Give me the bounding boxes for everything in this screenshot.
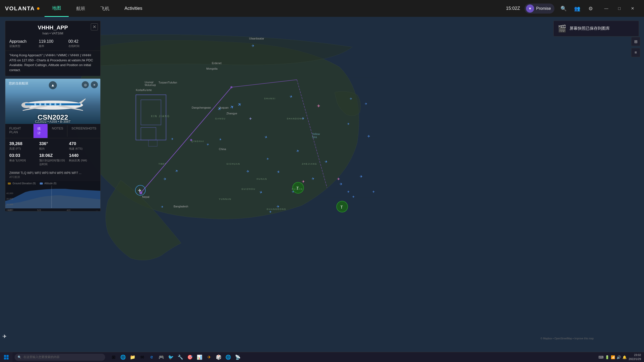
map-label-tibet: TIBET [158, 163, 166, 165]
tray-icons: ⌨ 🔋 📶 🔊 🔔 [598, 355, 627, 359]
svg-point-62 [44, 103, 46, 105]
flight-menu-icon[interactable]: ≡ [91, 81, 98, 88]
app3-icon[interactable]: 🎯 [186, 353, 194, 361]
svg-text:✈: ✈ [360, 174, 363, 178]
svg-point-11 [230, 86, 232, 88]
time-display: 15:02Z [506, 6, 520, 11]
start-button[interactable] [0, 352, 13, 362]
edge-icon[interactable]: 🌐 [119, 353, 127, 361]
tab-stats[interactable]: 统计 [33, 124, 48, 138]
map-label-mongolia: Mongolia [206, 67, 218, 70]
ie-icon[interactable]: e [147, 353, 156, 361]
flight-tabs: FLIGHT PLAN 统计 NOTES SCREENSHOTS [5, 124, 100, 138]
svg-text:✈: ✈ [347, 122, 350, 126]
logo-text: VOLANTA [5, 5, 35, 12]
stat-altitude: 39,268 高度 (FT) [9, 141, 37, 151]
stat-remaining-nm: 1440 剩余距离 (NM) [69, 153, 96, 166]
map-label-shanxi: SHANXI [264, 97, 276, 100]
app4-icon[interactable]: 📊 [195, 353, 204, 361]
svg-text:✈: ✈ [372, 190, 375, 194]
svg-text:▼: ▼ [528, 7, 532, 11]
svg-text:✈: ✈ [252, 44, 255, 48]
atc-time-field: 00:42 在线时间 [68, 39, 96, 48]
user-name: Promise [536, 6, 551, 11]
map-container[interactable]: ✈ ✈ ✈ ✈ ✈ ✈ ✈ ✈ ✈ ✈ ✈ ✈ ✈ ✈ ✈ ✈ ✈ ✈ ✈ ✈ … [0, 17, 644, 352]
users-button[interactable]: 👥 [573, 4, 582, 13]
logo-dot [37, 7, 39, 10]
stat-remaining-time: 03:03 剩余飞行时间 [9, 153, 37, 166]
svg-rect-72 [7, 357, 9, 359]
app2-icon[interactable]: 🔧 [176, 353, 185, 361]
atc-description: "Hong Kong Approach" | VHHH / VMMC / VHH… [5, 51, 100, 76]
maximize-button[interactable]: □ [613, 0, 626, 17]
app1-icon[interactable]: 🐦 [167, 353, 175, 361]
taskview-button[interactable]: ⊞ [109, 353, 118, 361]
svg-text:✈: ✈ [340, 182, 343, 186]
app6-icon[interactable]: 🌐 [224, 353, 232, 361]
user-badge[interactable]: ▼ Promise [525, 4, 554, 14]
elevation-chart: Ground Elevation (ft) Altitude (ft) 40,0… [5, 181, 100, 211]
taskbar-search[interactable]: 🔍 在这里输入您要搜索的内容 [15, 354, 105, 361]
logo-area: VOLANTA [0, 5, 45, 12]
chart-y-labels: 40,000 30,000 20,000 10,000 [6, 192, 13, 211]
map-label-zhejiang: ZHEJIANG [302, 163, 317, 165]
svg-text:✈: ✈ [249, 117, 252, 121]
atc-type-field: Approach 设施类型 [9, 39, 37, 48]
svg-text:✈: ✈ [337, 177, 340, 181]
settings-button[interactable]: ⚙ [586, 4, 595, 13]
svg-text:✈: ✈ [138, 188, 142, 193]
tab-flight-plan[interactable]: FLIGHT PLAN [5, 124, 33, 138]
flight-stats: 39,268 高度 (FT) 336° 航向 470 地速 (KTS) 03:0… [5, 138, 100, 169]
atc-close-button[interactable]: ✕ [91, 23, 98, 30]
screenshot-icon: 🎬 [558, 24, 567, 33]
svg-point-64 [54, 103, 56, 105]
mail-icon[interactable]: ✉ [138, 353, 146, 361]
close-button[interactable]: ✕ [626, 0, 639, 17]
tray-battery: 🔋 [605, 355, 609, 359]
minimize-button[interactable]: — [600, 0, 613, 17]
legend-altitude: Altitude (ft) [40, 182, 57, 185]
tray-keyboard: ⌨ [598, 355, 603, 359]
svg-text:✈: ✈ [317, 104, 320, 108]
stat-heading: 336° 航向 [39, 141, 67, 151]
nav-plane[interactable]: 飞机 [93, 0, 117, 17]
flight-panel-collapse-button[interactable]: ▲ [49, 81, 57, 89]
atc-header: VHHH_APP Ivan • VATSIM ✕ [5, 21, 100, 37]
flight-nav-icon[interactable]: ◎ [82, 81, 89, 88]
map-label-guangdong: GUANGDONG [267, 208, 286, 210]
map-label-ulaanbaatar: Ulaanbaatar [249, 37, 264, 40]
search-button[interactable]: 🔍 [559, 4, 568, 13]
atc-callsign: VHHH_APP [9, 24, 96, 31]
svg-text:✈: ✈ [171, 137, 174, 141]
svg-point-63 [49, 103, 51, 105]
map-label-qinghai: QINGHAI [191, 140, 204, 143]
user-avatar: ▼ [526, 5, 534, 13]
chart-bottom-labels: 422 523 423 ... [5, 208, 100, 211]
map-label-bangladesh: Bangladesh [174, 205, 188, 208]
svg-rect-70 [7, 355, 9, 357]
stat-eta: 18:06Z 预计到达时间/预计到达时间 [39, 153, 67, 166]
map-label-korla: Korla/Ku'erte [136, 88, 152, 92]
volanta-taskbar-icon[interactable]: ✈ [205, 353, 213, 361]
steam-icon[interactable]: 🎮 [157, 353, 166, 361]
nav-map[interactable]: 地图 [45, 0, 69, 17]
app7-icon[interactable]: 📡 [233, 353, 242, 361]
legend-ground-dot [8, 183, 11, 185]
svg-point-61 [39, 103, 41, 105]
mode-icon[interactable]: ✈ [3, 333, 7, 339]
svg-text:✈: ✈ [350, 97, 352, 101]
tab-notes[interactable]: NOTES [48, 124, 67, 138]
app5-icon[interactable]: 🎲 [214, 353, 223, 361]
map-label-yellow-sea: YellowSea [312, 132, 320, 139]
tray-wifi: 📶 [611, 355, 615, 359]
tab-screenshots[interactable]: SCREENSHOTS [67, 124, 100, 138]
explorer-icon[interactable]: 📁 [128, 353, 137, 361]
svg-text:T: T [340, 205, 343, 209]
nav-flight[interactable]: 航班 [69, 0, 93, 17]
titlebar: VOLANTA 地图 航班 飞机 Activities 15:02Z ▼ Pro… [0, 0, 644, 17]
map-layer-button[interactable]: ≡ [631, 48, 640, 57]
window-controls: — □ ✕ [600, 0, 639, 17]
map-label-gansu: GANSU [215, 117, 226, 120]
nav-activities[interactable]: Activities [117, 0, 150, 17]
map-grid-button[interactable]: ⊞ [631, 37, 640, 46]
